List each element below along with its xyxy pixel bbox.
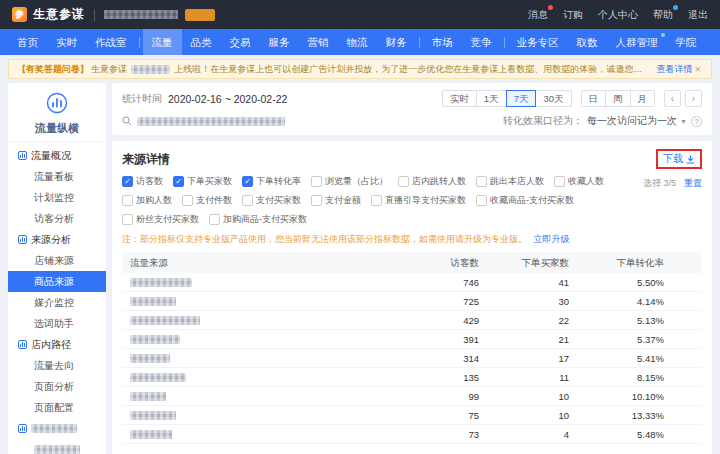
metric-checkbox[interactable]: 支付买家数: [242, 194, 301, 207]
period-option-day[interactable]: 日: [581, 90, 607, 107]
checkbox-checked-icon[interactable]: ✓: [242, 176, 253, 187]
metric-checkbox[interactable]: ✓访客数: [122, 175, 163, 188]
app-logo[interactable]: 生意参谋: [33, 6, 85, 23]
stat-time-label: 统计时间: [122, 92, 162, 106]
sidebar-item-traffic-overview[interactable]: 流量概况: [8, 145, 106, 166]
topbar-account-center[interactable]: 个人中心: [598, 8, 638, 22]
table-row[interactable]: 991010.10%: [122, 387, 702, 406]
metric-checkbox[interactable]: 支付金额: [311, 194, 361, 207]
checkbox-unchecked-icon[interactable]: [476, 176, 487, 187]
nav-item-market[interactable]: 市场: [423, 29, 462, 55]
range-option-30day[interactable]: 30天: [535, 90, 571, 107]
range-option-1day[interactable]: 1天: [476, 90, 507, 107]
checkbox-unchecked-icon[interactable]: [311, 195, 322, 206]
nav-item-war-room[interactable]: 作战室: [86, 29, 136, 55]
nav-item-traffic[interactable]: 流量: [143, 29, 182, 55]
banner-details-link[interactable]: 查看详情: [657, 63, 693, 76]
table-row[interactable]: 429225.13%: [122, 311, 702, 330]
checkbox-unchecked-icon[interactable]: [311, 176, 322, 187]
metric-checkbox[interactable]: 跳出本店人数: [476, 175, 544, 188]
metric-label: 店内跳转人数: [412, 175, 466, 188]
metric-checkbox[interactable]: 直播引导支付买家数: [371, 194, 466, 207]
checkbox-unchecked-icon[interactable]: [476, 195, 487, 206]
table-row[interactable]: 135118.15%: [122, 368, 702, 387]
topbar-logout[interactable]: 退出: [688, 8, 708, 22]
table-row[interactable]: 7345.48%: [122, 425, 702, 444]
range-option-7day[interactable]: 7天: [506, 90, 537, 107]
conversion-dropdown[interactable]: 每一次访问记为一次 ▼: [587, 114, 687, 128]
metric-checkbox[interactable]: 收藏商品-支付买家数: [476, 194, 574, 207]
sidebar-item-masked-item[interactable]: [8, 439, 106, 454]
prev-button[interactable]: ‹: [664, 90, 681, 107]
metric-checkbox[interactable]: 浏览量（占比）: [311, 175, 388, 188]
table-row[interactable]: 314175.41%: [122, 349, 702, 368]
stat-time-value[interactable]: 2020-02-16 ~ 2020-02-22: [168, 93, 287, 105]
period-option-week[interactable]: 周: [605, 90, 631, 107]
nav-item-academy[interactable]: 学院: [667, 29, 706, 55]
table-row[interactable]: 725304.14%: [122, 292, 702, 311]
sidebar-item-page-config[interactable]: 页面配置: [8, 397, 106, 418]
nav-item-finance[interactable]: 财务: [377, 29, 416, 55]
sidebar-item-media-monitor[interactable]: 媒介监控: [8, 292, 106, 313]
nav-item-trade[interactable]: 交易: [221, 29, 260, 55]
nav-item-marketing[interactable]: 营销: [299, 29, 338, 55]
checkbox-unchecked-icon[interactable]: [242, 195, 253, 206]
checkbox-checked-icon[interactable]: ✓: [122, 176, 133, 187]
section-title: 来源详情: [122, 151, 170, 168]
nav-item-logistics[interactable]: 物流: [338, 29, 377, 55]
checkbox-unchecked-icon[interactable]: [398, 176, 409, 187]
table-row[interactable]: 391215.37%: [122, 330, 702, 349]
nav-item-audience-management[interactable]: 人群管理: [607, 29, 667, 55]
sidebar-item-plan-monitor[interactable]: 计划监控: [8, 187, 106, 208]
metric-checkbox[interactable]: 支付件数: [182, 194, 232, 207]
download-button[interactable]: 下载: [663, 152, 695, 166]
help-icon[interactable]: ?: [691, 116, 702, 127]
sidebar-item-label: 访客分析: [34, 208, 74, 229]
next-button[interactable]: ›: [685, 90, 702, 107]
metric-checkbox[interactable]: 店内跳转人数: [398, 175, 466, 188]
sidebar-item-visitor-analysis[interactable]: 访客分析: [8, 208, 106, 229]
sidebar-item-traffic-dashboard[interactable]: 流量看板: [8, 166, 106, 187]
sidebar-item-instore-path[interactable]: 店内路径: [8, 334, 106, 355]
nav-item-business-zone[interactable]: 业务专区: [508, 29, 568, 55]
nav-item-category[interactable]: 品类: [182, 29, 221, 55]
checkbox-unchecked-icon[interactable]: [182, 195, 193, 206]
range-option-realtime[interactable]: 实时: [442, 90, 477, 107]
checkbox-unchecked-icon[interactable]: [122, 195, 133, 206]
sidebar-item-source-analysis[interactable]: 来源分析: [8, 229, 106, 250]
sidebar-item-shop-source[interactable]: 店铺来源: [8, 250, 106, 271]
metric-checkbox[interactable]: 粉丝支付买家数: [122, 213, 199, 226]
nav-left-group: 首页实时作战室流量品类交易服务营销物流财务市场竞争业务专区: [8, 29, 568, 55]
metric-checkbox[interactable]: 加购商品-支付买家数: [209, 213, 307, 226]
sidebar-item-product-source[interactable]: 商品来源: [8, 271, 106, 292]
nav-item-realtime[interactable]: 实时: [47, 29, 86, 55]
checkbox-checked-icon[interactable]: ✓: [173, 176, 184, 187]
metric-checkbox[interactable]: 加购人数: [122, 194, 172, 207]
topbar-subscribe[interactable]: 订购: [563, 8, 583, 22]
topbar-messages[interactable]: 消息: [528, 8, 548, 22]
table-row[interactable]: 59915.25%: [122, 444, 702, 448]
nav-item-competition[interactable]: 竞争: [462, 29, 501, 55]
nav-item-service[interactable]: 服务: [260, 29, 299, 55]
table-row[interactable]: 751013.33%: [122, 406, 702, 425]
sidebar-item-masked-group[interactable]: [8, 418, 106, 439]
checkbox-unchecked-icon[interactable]: [122, 214, 133, 225]
conversion-rate-value: 10.10%: [569, 387, 664, 405]
checkbox-unchecked-icon[interactable]: [209, 214, 220, 225]
metric-checkbox[interactable]: ✓下单转化率: [242, 175, 301, 188]
nav-item-home[interactable]: 首页: [8, 29, 47, 55]
period-option-month[interactable]: 月: [630, 90, 656, 107]
reset-link[interactable]: 重置: [684, 177, 702, 190]
checkbox-unchecked-icon[interactable]: [554, 176, 565, 187]
checkbox-unchecked-icon[interactable]: [371, 195, 382, 206]
sidebar-item-traffic-destination[interactable]: 流量去向: [8, 355, 106, 376]
banner-close-icon[interactable]: ×: [693, 63, 703, 75]
metric-checkbox[interactable]: ✓下单买家数: [173, 175, 232, 188]
sidebar-item-word-assistant[interactable]: 选词助手: [8, 313, 106, 334]
sidebar-item-page-analysis[interactable]: 页面分析: [8, 376, 106, 397]
nav-item-data-extract[interactable]: 取数: [568, 29, 607, 55]
upgrade-link[interactable]: 立即升级: [534, 234, 570, 244]
table-row[interactable]: 746415.50%: [122, 273, 702, 292]
metric-checkbox[interactable]: 收藏人数: [554, 175, 604, 188]
topbar-help[interactable]: 帮助: [653, 8, 673, 22]
